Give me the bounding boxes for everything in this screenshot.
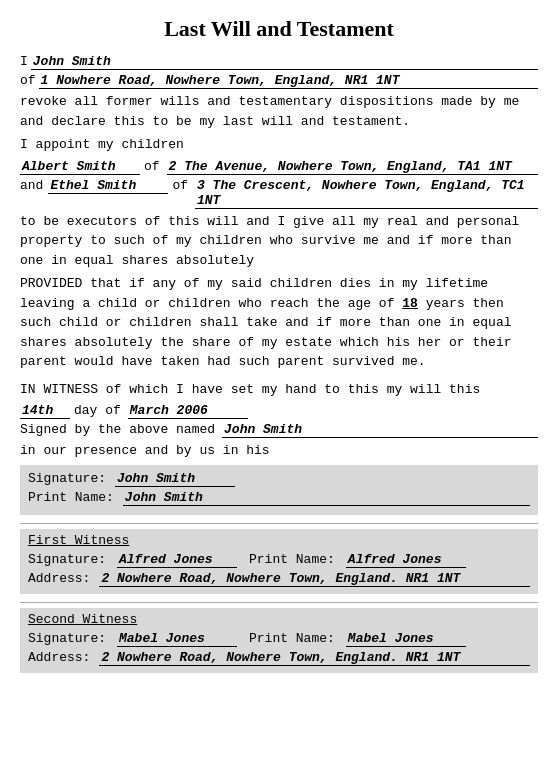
main-signature: John Smith	[115, 471, 235, 487]
signature-section: Signature: John Smith Print Name: John S…	[20, 465, 538, 515]
and-label: and	[20, 178, 43, 193]
second-witness-header: Second Witness	[28, 612, 530, 627]
child2-row: and Ethel Smith of 3 The Crescent, Nowhe…	[20, 178, 538, 209]
print-label: Print Name:	[28, 490, 114, 505]
child1-address: 2 The Avenue, Nowhere Town, England, TA1…	[167, 159, 538, 175]
print-name-row: Print Name: John Smith	[28, 490, 530, 506]
divider2	[20, 602, 538, 603]
provided-text: PROVIDED that if any of my said children…	[20, 274, 538, 372]
of2-label: of	[144, 159, 160, 174]
first-witness-section: First Witness Signature: Alfred Jones Pr…	[20, 529, 538, 594]
appoint-text: I appoint my children	[20, 135, 538, 155]
testator-name: John Smith	[31, 54, 538, 70]
fw-address: 2 Nowhere Road, Nowhere Town, England. N…	[99, 571, 530, 587]
second-witness-address-row: Address: 2 Nowhere Road, Nowhere Town, E…	[28, 650, 530, 666]
date-row: 14th day of March 2006	[20, 403, 538, 419]
second-witness-section: Second Witness Signature: Mabel Jones Pr…	[20, 608, 538, 673]
sw-print-name: Mabel Jones	[346, 631, 466, 647]
testator-address: 1 Nowhere Road, Nowhere Town, England, N…	[39, 73, 538, 89]
revoke-text: revoke all former wills and testamentary…	[20, 92, 538, 131]
page: Last Will and Testament I John Smith of …	[0, 0, 558, 774]
child2-name: Ethel Smith	[48, 178, 168, 194]
first-witness-header: First Witness	[28, 533, 530, 548]
second-witness-sig-row: Signature: Mabel Jones Print Name: Mabel…	[28, 631, 530, 647]
fw-signature: Alfred Jones	[117, 552, 237, 568]
age-value: 18	[402, 296, 418, 311]
testator-name-row: I John Smith	[20, 54, 538, 70]
provided-text-part1: PROVIDED that if any of my said children…	[20, 276, 488, 311]
sw-sig-label: Signature:	[28, 631, 106, 646]
main-print-name: John Smith	[123, 490, 530, 506]
child1-row: Albert Smith of 2 The Avenue, Nowhere To…	[20, 159, 538, 175]
page-title: Last Will and Testament	[20, 10, 538, 42]
executors-text: to be executors of this will and I give …	[20, 212, 538, 271]
child2-address: 3 The Crescent, Nowhere Town, England, T…	[195, 178, 538, 209]
sw-print-label: Print Name:	[249, 631, 335, 646]
sig-name-row: Signature: John Smith	[28, 471, 530, 487]
signed-name: John Smith	[222, 422, 538, 438]
fw-print-name: Alfred Jones	[346, 552, 466, 568]
signed-row: Signed by the above named John Smith	[20, 422, 538, 438]
fw-address-label: Address:	[28, 571, 90, 586]
presence-text: in our presence and by us in his	[20, 441, 538, 461]
testator-address-row: of 1 Nowhere Road, Nowhere Town, England…	[20, 73, 538, 89]
sw-address: 2 Nowhere Road, Nowhere Town, England. N…	[99, 650, 530, 666]
i-label: I	[20, 54, 28, 69]
witness-intro-text: IN WITNESS of which I have set my hand t…	[20, 380, 538, 400]
signed-label: Signed by the above named	[20, 422, 215, 437]
fw-sig-label: Signature:	[28, 552, 106, 567]
sw-signature: Mabel Jones	[117, 631, 237, 647]
first-witness-sig-row: Signature: Alfred Jones Print Name: Alfr…	[28, 552, 530, 568]
of-label: of	[20, 73, 36, 88]
first-witness-address-row: Address: 2 Nowhere Road, Nowhere Town, E…	[28, 571, 530, 587]
sw-address-label: Address:	[28, 650, 90, 665]
child1-name: Albert Smith	[20, 159, 140, 175]
of3-label: of	[172, 178, 188, 193]
date-month-year: March 2006	[128, 403, 248, 419]
day-of-label: day of	[74, 403, 121, 418]
divider1	[20, 523, 538, 524]
sig-label: Signature:	[28, 471, 106, 486]
fw-print-label: Print Name:	[249, 552, 335, 567]
date-day: 14th	[20, 403, 70, 419]
